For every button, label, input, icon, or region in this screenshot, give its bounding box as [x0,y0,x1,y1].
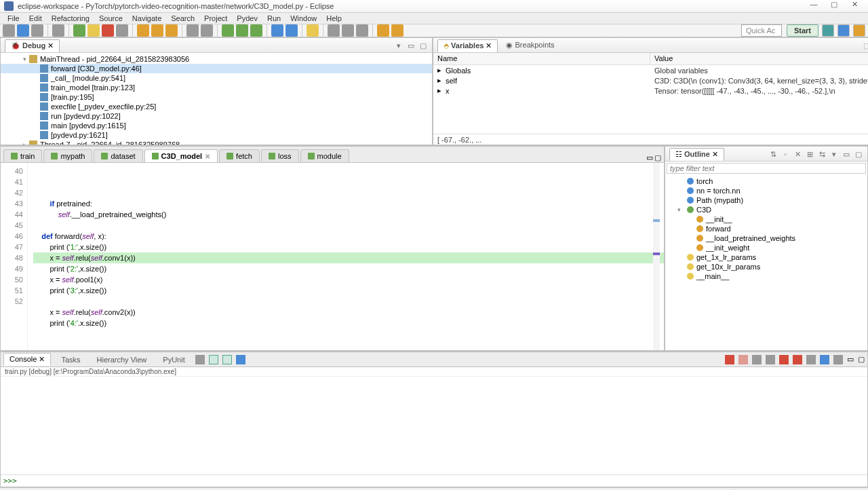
disconnect-icon[interactable] [116,24,128,37]
step-over-icon[interactable] [151,24,163,37]
hide-static-icon[interactable]: ✕ [793,149,802,159]
menu-file[interactable]: File [3,13,24,24]
debug-view-menu-icon[interactable]: ▾ [394,41,403,50]
menu-refactoring[interactable]: Refactoring [47,13,94,24]
code-line[interactable]: x = self.pool1(x) [33,274,664,285]
console-tab-tasks[interactable]: Tasks [55,354,86,366]
code-line[interactable] [33,296,664,307]
outline-item[interactable]: Path (mypath) [668,195,865,205]
editor-tab-mypath[interactable]: mypath [43,149,92,162]
step-into-icon[interactable] [137,24,149,37]
code-line[interactable]: print ('4:'.x.size()) [33,318,664,328]
maximize-button[interactable]: ▢ [825,0,844,12]
console-tab-console[interactable]: Console ✕ [3,353,51,366]
console-tab-pyunit[interactable]: PyUnit [157,354,191,366]
console-tab-hierarchy-view[interactable]: Hierarchy View [91,354,153,366]
overview-ruler[interactable] [653,163,660,350]
outline-tree[interactable]: torchnn = torch.nnPath (mypath)▾C3D__ini… [665,175,867,350]
maximize-panel-icon[interactable]: ▢ [418,41,428,50]
terminate-all-icon[interactable] [738,355,748,364]
outline-item[interactable]: torch [668,176,865,186]
menu-project[interactable]: Project [199,13,232,24]
resume-icon[interactable] [73,24,85,37]
code-line[interactable]: print ('3:',x.size()) [33,285,664,296]
word-wrap-icon[interactable] [806,355,816,364]
sort-icon[interactable]: ⇅ [768,149,778,159]
stack-frame[interactable]: _call_ [module.py:541] [1,73,432,83]
minimize-panel-icon[interactable]: ▭ [847,355,854,364]
outline-item[interactable]: nn = torch.nn [668,186,865,195]
open-console-icon[interactable] [195,355,205,364]
console-prompt[interactable]: >>> [1,474,867,487]
search-icon[interactable] [307,24,319,37]
stack-frame[interactable]: ▾MainThread - pid_22664_id_2815823983056 [1,54,432,64]
variables-tab[interactable]: ⬘ Variables ✕ [437,39,498,52]
code-line[interactable]: x = self.relu(self.conv2(x)) [33,307,664,318]
drop-frame-icon[interactable] [186,24,199,37]
save-all-icon[interactable] [31,24,43,37]
menu-help[interactable]: Help [321,13,347,24]
debug-tab[interactable]: 🐞 Debug ✕ [5,39,60,52]
stack-frame[interactable]: forward [C3D_model.py:46] [1,64,432,73]
stack-frame[interactable]: run [pydevd.py:1022] [1,111,432,121]
code-line[interactable]: print ('1:',x.size()) [33,242,664,252]
minimize-panel-icon[interactable]: ▭ [842,149,851,159]
code-line[interactable]: x = self.relu(self.conv1(x)) [33,252,664,263]
editor-tab-train[interactable]: train [3,149,42,162]
link-editor-icon[interactable]: ⇆ [817,149,827,159]
display-console-icon[interactable] [236,355,245,364]
variable-row[interactable]: ▸selfC3D: C3D(\n (conv1): Conv3d(3, 64, … [433,75,868,86]
code-area[interactable]: if pretrained: self.__load_pretrained_we… [28,163,664,350]
hide-fields-icon[interactable]: ◦ [781,149,790,159]
show-console-on-out-icon[interactable] [222,355,232,364]
outline-item[interactable]: __main__ [668,271,865,281]
skip-breakpoints-icon[interactable] [52,24,64,37]
stack-frame[interactable]: main [pydevd.py:1615] [1,121,432,130]
menu-run[interactable]: Run [262,13,285,24]
run-last-icon[interactable] [250,24,262,37]
suspend-icon[interactable] [87,24,100,37]
forward-icon[interactable] [391,24,403,37]
maximize-panel-icon[interactable]: ▢ [858,355,865,364]
perspective-pydev-icon[interactable] [837,24,850,37]
minimize-panel-icon[interactable]: ▭ [406,41,416,50]
variables-tree[interactable]: ▸GlobalsGlobal variables▸selfC3D: C3D(\n… [433,65,868,134]
outline-filter-input[interactable] [667,163,866,174]
show-type-names-icon[interactable]: ⬚ [862,41,868,50]
code-line[interactable] [33,220,664,231]
menu-window[interactable]: Window [285,13,321,24]
editor-maximize-icon[interactable]: ▢ [654,153,661,162]
perspective-java-icon[interactable] [853,24,865,37]
code-line[interactable]: if pretrained: [33,198,664,209]
editor-tab-fetch[interactable]: fetch [219,149,260,162]
debug-dropdown-icon[interactable] [222,24,234,37]
terminate-console-icon[interactable] [725,355,734,364]
outline-item[interactable]: forward [668,224,865,233]
quick-access-input[interactable] [741,24,782,37]
show-console-on-err-icon[interactable] [209,355,218,364]
new-icon[interactable] [3,24,15,37]
remove-launch-icon[interactable] [752,355,762,364]
outline-item[interactable]: get_10x_lr_params [668,262,865,271]
outline-view-menu-icon[interactable]: ▾ [829,149,839,159]
stack-frame[interactable]: [train.py:195] [1,92,432,102]
maximize-panel-icon[interactable]: ▢ [854,149,863,159]
editor-tab-loss[interactable]: loss [261,149,299,162]
code-line[interactable]: def forward(self, x): [33,231,664,242]
clear-console-icon[interactable] [779,355,789,364]
outline-item[interactable]: __load_pretrained_weights [668,233,865,243]
terminate-icon[interactable] [102,24,114,37]
new-class-icon[interactable] [271,24,283,37]
outline-tab[interactable]: ☷ Outline ✕ [669,148,724,161]
outline-item[interactable]: ▾C3D [668,205,865,214]
step-return-icon[interactable] [165,24,178,37]
col-name[interactable]: Name [433,53,650,64]
code-line[interactable] [33,187,664,198]
breakpoints-tab[interactable]: ◉ Breakpoints [500,39,559,51]
menu-pydev[interactable]: Pydev [232,13,262,24]
editor-body[interactable]: 40414243444546474849505152 if pretrained… [1,163,664,350]
outline-item[interactable]: __init_weight [668,243,865,252]
code-line[interactable]: self.__load_pretrained_weights() [33,209,664,220]
editor-tab-C3D_model[interactable]: C3D_model ✕ [144,149,218,162]
outline-item[interactable]: get_1x_lr_params [668,252,865,262]
